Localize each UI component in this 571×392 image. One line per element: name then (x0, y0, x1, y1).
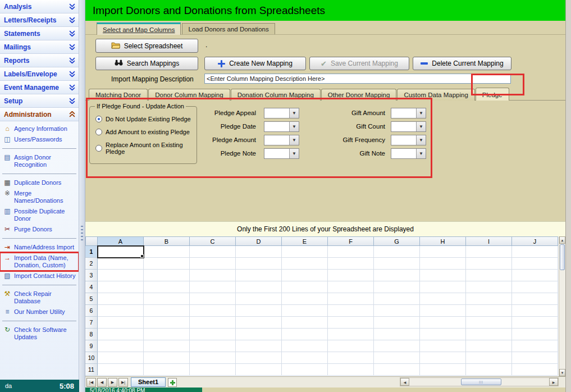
cell-C8[interactable] (190, 329, 236, 340)
cell-J4[interactable] (512, 281, 558, 293)
sidebar-section-administration[interactable]: Administration (0, 108, 79, 121)
cell-I1[interactable] (466, 246, 512, 258)
cell-H3[interactable] (420, 270, 466, 281)
dropdown-arrow-icon[interactable] (416, 135, 426, 145)
sidebar-item-possible-duplicate-donor[interactable]: ▥Possible Duplicate Donor (0, 206, 79, 224)
cell-B6[interactable] (144, 305, 190, 317)
cell-D4[interactable] (236, 281, 282, 293)
cell-I8[interactable] (466, 329, 512, 340)
cell-J2[interactable] (512, 258, 558, 270)
cell-E3[interactable] (282, 270, 328, 281)
column-header-C[interactable]: C (190, 236, 236, 246)
sidebar-item-import-data-name-donation-custom[interactable]: →Import Data (Name, Donation, Custom) (0, 253, 79, 271)
dropdown-gift-note[interactable] (391, 148, 426, 159)
sidebar-item-import-contact-history[interactable]: ▧Import Contact History (0, 271, 79, 281)
cell-H7[interactable] (420, 317, 466, 329)
cell-B1[interactable] (144, 246, 190, 258)
cell-B2[interactable] (144, 258, 190, 270)
column-header-I[interactable]: I (466, 236, 512, 246)
sidebar-section-letters-receipts[interactable]: Letters/Receipts (0, 13, 79, 27)
cell-C9[interactable] (190, 340, 236, 352)
row-header-3[interactable]: 3 (85, 270, 98, 281)
splitter-grip-icon[interactable] (81, 226, 83, 243)
cell-G1[interactable] (374, 246, 420, 258)
cell-C2[interactable] (190, 258, 236, 270)
sidebar-item-merge-names-donations[interactable]: ※Merge Names/Donations (0, 188, 79, 206)
dropdown-gift-frequency[interactable] (391, 135, 426, 145)
cell-F11[interactable] (328, 364, 374, 376)
scroll-up-icon[interactable]: ▲ (559, 236, 565, 244)
grid-corner-cell[interactable] (85, 236, 98, 246)
sidebar-item-duplicate-donors[interactable]: ▦Duplicate Donors (0, 177, 79, 188)
cell-A4[interactable] (98, 281, 144, 293)
row-header-9[interactable]: 9 (85, 340, 98, 352)
taskbar-fragment[interactable]: da 5:08 (0, 380, 79, 392)
sidebar-item-check-repair-database[interactable]: ⚒Check Repair Database (0, 289, 79, 307)
cell-I11[interactable] (466, 364, 512, 376)
cell-F4[interactable] (328, 281, 374, 293)
column-header-E[interactable]: E (282, 236, 328, 246)
cell-E8[interactable] (282, 329, 328, 340)
cell-E10[interactable] (282, 352, 328, 364)
search-mappings-button[interactable]: Search Mappings (95, 57, 198, 70)
sidebar-splitter[interactable] (79, 0, 85, 392)
tab-load-donors-and-donations[interactable]: Load Donors and Donations (182, 23, 275, 34)
sidebar-item-check-for-software-updates[interactable]: ↻Check for Software Updates (0, 325, 79, 343)
column-header-H[interactable]: H (420, 236, 466, 246)
column-header-F[interactable]: F (328, 236, 374, 246)
scroll-down-icon[interactable]: ▼ (559, 369, 565, 376)
cell-H9[interactable] (420, 340, 466, 352)
cell-J6[interactable] (512, 305, 558, 317)
sidebar-section-mailings[interactable]: Mailings (0, 40, 79, 54)
cell-H1[interactable] (420, 246, 466, 258)
cell-D2[interactable] (236, 258, 282, 270)
import-mapping-description-input[interactable] (204, 74, 511, 84)
cell-D7[interactable] (236, 317, 282, 329)
cell-J1[interactable] (512, 246, 558, 258)
cell-H8[interactable] (420, 329, 466, 340)
sidebar-item-name-address-import[interactable]: ⇥Name/Address Import (0, 242, 79, 253)
sidebar-item-agency-information[interactable]: ⌂Agency Information (0, 124, 79, 134)
row-header-7[interactable]: 7 (85, 317, 98, 329)
cell-H4[interactable] (420, 281, 466, 293)
first-sheet-button[interactable]: |◀ (86, 378, 96, 387)
row-header-6[interactable]: 6 (85, 305, 98, 317)
cell-I9[interactable] (466, 340, 512, 352)
sidebar-item-purge-donors[interactable]: ✂Purge Donors (0, 224, 79, 235)
cell-D3[interactable] (236, 270, 282, 281)
cell-J7[interactable] (512, 317, 558, 329)
dropdown-arrow-icon[interactable] (416, 149, 426, 158)
cell-A1[interactable] (98, 246, 144, 258)
radio-do-not-update-existing-pledge[interactable]: Do Not Update Existing Pledge (95, 116, 197, 122)
row-header-8[interactable]: 8 (85, 329, 98, 340)
row-header-2[interactable]: 2 (85, 258, 98, 270)
subtab-other-donor-mapping[interactable]: Other Donor Mapping (321, 89, 397, 101)
dropdown-gift-count[interactable] (391, 121, 426, 132)
dropdown-arrow-icon[interactable] (416, 108, 426, 118)
cell-E7[interactable] (282, 317, 328, 329)
column-header-A[interactable]: A (98, 236, 144, 246)
dropdown-arrow-icon[interactable] (289, 135, 299, 145)
last-sheet-button[interactable]: ▶| (118, 378, 128, 387)
cell-J11[interactable] (512, 364, 558, 376)
cell-F5[interactable] (328, 293, 374, 305)
radio-replace-amount-on-existing-pledge[interactable]: Replace Amount on Existing Pledge (95, 142, 197, 155)
cell-I7[interactable] (466, 317, 512, 329)
dropdown-arrow-icon[interactable] (289, 149, 299, 158)
cell-A8[interactable] (98, 329, 144, 340)
sidebar-section-reports[interactable]: Reports (0, 54, 79, 67)
cell-B7[interactable] (144, 317, 190, 329)
cell-A10[interactable] (98, 352, 144, 364)
cell-E2[interactable] (282, 258, 328, 270)
cell-G10[interactable] (374, 352, 420, 364)
sidebar-section-setup[interactable]: Setup (0, 94, 79, 108)
cell-D11[interactable] (236, 364, 282, 376)
cell-I10[interactable] (466, 352, 512, 364)
cell-G4[interactable] (374, 281, 420, 293)
cell-C7[interactable] (190, 317, 236, 329)
row-header-1[interactable]: 1 (85, 246, 98, 258)
cell-G9[interactable] (374, 340, 420, 352)
cell-H6[interactable] (420, 305, 466, 317)
dropdown-gift-amount[interactable] (391, 108, 426, 118)
previous-sheet-button[interactable]: ◀ (97, 378, 107, 387)
